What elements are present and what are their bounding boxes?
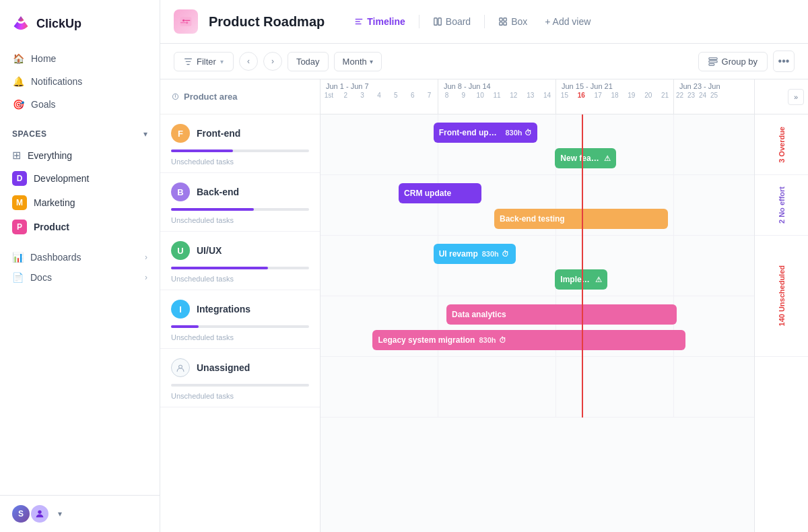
day-3-2: 24 (697, 92, 708, 99)
add-view-button[interactable]: + Add view (538, 12, 597, 31)
day-0-2: 3 (354, 92, 371, 99)
svg-rect-13 (500, 22, 502, 25)
today-indicator (582, 114, 583, 418)
main-content: Product Roadmap Timeline Board Box + Add… (160, 0, 808, 532)
sidebar-bottom-section: 📊 Dashboards › 📄 Docs › (0, 244, 160, 290)
docs-icon: 📄 (12, 272, 24, 283)
space-badge-d: D (12, 171, 27, 186)
task-bar-backend-0[interactable]: CRM update (399, 183, 481, 203)
next-arrow-button[interactable]: › (263, 52, 282, 71)
more-options-button[interactable]: ••• (773, 51, 795, 72)
group-by-button[interactable]: Group by (698, 52, 768, 71)
task-label: Data analytics (452, 310, 506, 319)
group-row-frontend: F Front-end Unscheduled tasks (160, 114, 320, 173)
group-badge-integrations: I (171, 300, 190, 319)
timeline-header: Jun 1 - Jun 71st234567Jun 8 - Jun 148910… (321, 79, 754, 114)
grid-cell-4-0 (321, 357, 438, 417)
sidebar-item-notifications-label: Notifications (31, 76, 82, 87)
month-caret-icon: ▾ (370, 58, 373, 65)
sidebar-item-goals[interactable]: 🎯 Goals (5, 93, 154, 116)
sidebar-item-notifications[interactable]: 🔔 Notifications (5, 70, 154, 93)
unscheduled-label-backend: Unscheduled tasks (160, 213, 320, 231)
group-row-uiux: U UI/UX Unscheduled tasks (160, 232, 320, 290)
more-icon: ••• (778, 55, 790, 67)
svg-point-0 (38, 510, 41, 514)
home-icon: 🏠 (12, 53, 24, 65)
day-0-0: 1st (321, 92, 337, 99)
day-1-4: 12 (505, 92, 522, 99)
task-bar-frontend-0[interactable]: Front-end upgrade830h⏱ (434, 123, 538, 143)
sidebar-nav: 🏠 Home 🔔 Notifications 🎯 Goals (0, 44, 160, 119)
group-badge-uiux: U (171, 241, 190, 260)
sidebar-item-everything[interactable]: ⊞ Everything (5, 144, 154, 166)
week-label-0: Jun 1 - Jun 7 (321, 79, 438, 92)
day-2-6: 21 (656, 92, 673, 99)
sidebar-item-development-label: Development (34, 173, 90, 184)
day-0-1: 2 (337, 92, 354, 99)
group-progress-backend (171, 208, 309, 211)
day-2-5: 20 (640, 92, 656, 99)
tab-timeline[interactable]: Timeline (346, 12, 413, 31)
sidebar-footer[interactable]: S ▾ (0, 495, 160, 532)
task-label: Implem.. (560, 275, 592, 284)
task-hours: 830h (479, 336, 496, 344)
filter-button[interactable]: Filter ▾ (174, 52, 234, 71)
tab-timeline-label: Timeline (367, 16, 405, 27)
footer-caret-icon[interactable]: ▾ (58, 509, 62, 519)
task-icon: ⏱ (499, 336, 506, 344)
svg-rect-16 (708, 61, 716, 63)
task-bar-frontend-1[interactable]: New feature..⚠ (555, 148, 615, 168)
docs-chevron-icon: › (145, 273, 147, 282)
sidebar-item-home[interactable]: 🏠 Home (5, 47, 154, 70)
tab-board[interactable]: Board (425, 12, 479, 31)
unscheduled-label-uiux: Unscheduled tasks (160, 272, 320, 290)
sidebar-item-marketing[interactable]: M Marketing (5, 191, 154, 215)
tab-box[interactable]: Box (490, 12, 535, 31)
page-title: Product Roadmap (209, 14, 325, 30)
svg-rect-11 (500, 18, 502, 21)
day-1-0: 8 (438, 92, 455, 99)
task-bar-uiux-0[interactable]: UI revamp830h⏱ (434, 244, 516, 264)
logo[interactable]: ClickUp (0, 0, 160, 44)
group-progress-uiux (171, 267, 309, 269)
group-name-backend: Back-end (197, 187, 239, 197)
task-bar-integrations-0[interactable]: Data analytics (446, 304, 677, 325)
month-label: Month (343, 57, 367, 67)
timeline-group-uiux: UI revamp830h⏱Implem.. ⚠ (321, 236, 754, 296)
group-header-frontend: F Front-end (160, 114, 320, 147)
group-row-integrations: I Integrations Unscheduled tasks (160, 290, 320, 349)
prev-arrow-button[interactable]: ‹ (239, 52, 258, 71)
sidebar-item-marketing-label: Marketing (34, 197, 75, 208)
today-button[interactable]: Today (288, 52, 329, 71)
svg-rect-17 (708, 64, 714, 66)
goals-icon: 🎯 (12, 98, 24, 110)
timeline-area: Product area F Front-end Unscheduled tas… (160, 79, 808, 532)
week-column-2: Jun 15 - Jun 2115161718192021 (556, 79, 674, 114)
week-label-3: Jun 23 - Jun (674, 79, 754, 92)
left-panel-header: Product area (160, 79, 320, 114)
collapse-button[interactable]: » (788, 89, 804, 105)
group-badge-frontend: F (171, 124, 190, 143)
day-2-2: 17 (590, 92, 607, 99)
sidebar-item-dashboards[interactable]: 📊 Dashboards › (5, 247, 154, 267)
month-button[interactable]: Month ▾ (334, 52, 382, 71)
sidebar-item-development[interactable]: D Development (5, 166, 154, 191)
group-row-unassigned: Unassigned Unscheduled tasks (160, 349, 320, 407)
timeline-group-unassigned (321, 357, 754, 418)
spaces-header[interactable]: Spaces ▾ (5, 127, 154, 144)
svg-point-4 (186, 22, 188, 24)
svg-rect-12 (504, 18, 506, 21)
task-bar-integrations-1[interactable]: Legacy system migration830h⏱ (372, 330, 685, 350)
tab-box-label: Box (511, 16, 527, 27)
group-progress-frontend (171, 149, 309, 152)
sidebar-item-docs[interactable]: 📄 Docs › (5, 267, 154, 288)
right-timeline-panel[interactable]: Jun 1 - Jun 71st234567Jun 8 - Jun 148910… (321, 79, 754, 532)
task-label: New feature.. (560, 154, 601, 163)
group-name-unassigned: Unassigned (197, 362, 250, 373)
week-column-0: Jun 1 - Jun 71st234567 (321, 79, 438, 114)
sidebar-item-goals-label: Goals (31, 99, 56, 110)
sidebar-item-product[interactable]: P Product (5, 215, 154, 239)
spaces-label: Spaces (12, 129, 46, 139)
tab-separator-1 (419, 15, 419, 28)
task-icon: ⏱ (525, 129, 532, 137)
